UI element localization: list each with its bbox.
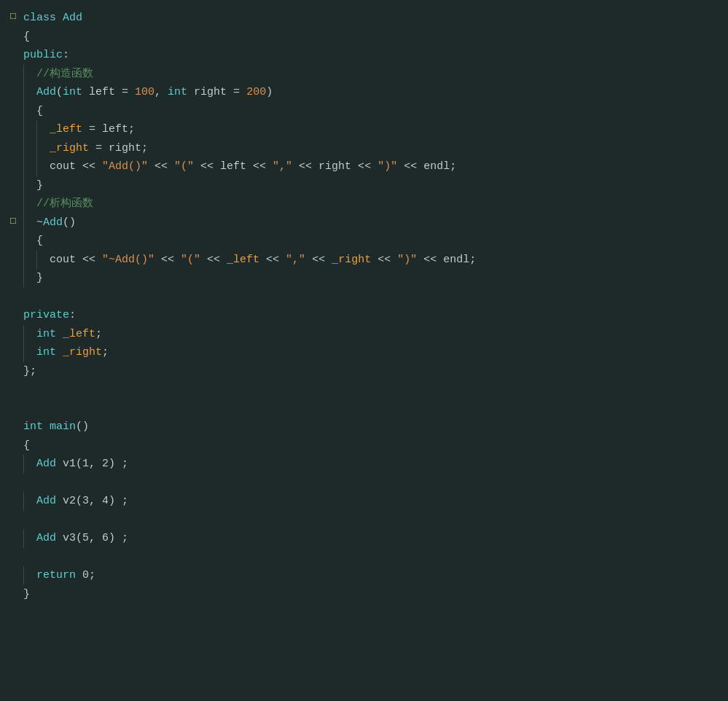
token-plain: , <box>154 86 168 98</box>
indent-pipe <box>23 529 36 548</box>
indent-guide <box>23 120 50 139</box>
indent-guide <box>23 195 36 214</box>
token-cn: Add <box>36 86 56 98</box>
code-tokens: Add v3(5, 6) ; <box>36 529 722 548</box>
token-kw: class <box>23 12 63 24</box>
gutter-marker: □ <box>6 9 20 25</box>
token-str: "(" <box>181 254 200 266</box>
code-tokens: Add v2(3, 4) ; <box>36 492 722 511</box>
code-tokens: } <box>36 269 722 288</box>
code-line: } <box>0 176 728 195</box>
code-tokens: class Add <box>23 9 722 28</box>
token-cn: Add <box>43 216 63 229</box>
token-punc: { <box>23 31 30 43</box>
indent-guide <box>23 251 50 270</box>
code-tokens: { <box>23 436 722 455</box>
code-line: return 0; <box>0 566 728 585</box>
indent-pipe <box>23 343 36 362</box>
token-kw: return <box>36 569 76 581</box>
indent-guide <box>23 65 36 84</box>
code-tokens <box>23 380 722 399</box>
indent-pipe <box>23 157 36 176</box>
gutter-marker: □ <box>6 214 20 230</box>
token-plain: v1(1, 2) ; <box>56 458 128 470</box>
code-tokens: _right = right; <box>50 139 722 158</box>
code-line: { <box>0 28 728 47</box>
indent-pipe <box>36 251 50 270</box>
token-str: "," <box>286 254 305 266</box>
indent-guide <box>23 102 36 121</box>
code-line: Add v3(5, 6) ; <box>0 529 728 548</box>
code-tokens: { <box>23 28 722 47</box>
code-line: Add v2(3, 4) ; <box>0 492 728 511</box>
code-tokens: //析构函数 <box>36 195 722 214</box>
token-type: int <box>36 346 56 359</box>
code-tokens <box>23 511 722 530</box>
token-plain: << <box>371 254 397 266</box>
code-tokens: { <box>36 232 722 251</box>
code-line: _right = right; <box>0 139 728 158</box>
indent-pipe <box>36 139 50 158</box>
code-tokens: //构造函数 <box>36 65 722 84</box>
token-punc: { <box>36 235 43 247</box>
token-punc: } <box>23 588 30 600</box>
token-plain <box>43 420 50 433</box>
token-comment: //析构函数 <box>36 197 93 210</box>
indent-pipe <box>23 102 36 121</box>
code-line: Add(int left = 100, int right = 200) <box>0 83 728 102</box>
code-line: } <box>0 585 728 604</box>
token-plain: : <box>63 49 69 61</box>
code-editor: □class Add{public://构造函数Add(int left = 1… <box>0 6 728 606</box>
code-tokens: ~Add() <box>36 214 722 232</box>
token-str: "," <box>273 160 292 173</box>
code-tokens <box>23 548 722 567</box>
token-plain: << right << <box>292 160 377 173</box>
code-line <box>0 288 728 307</box>
token-plain: << endl; <box>417 254 476 266</box>
token-var: _left <box>63 328 95 340</box>
token-punc: { <box>36 105 43 117</box>
code-line <box>0 474 728 493</box>
code-line: }; <box>0 362 728 381</box>
token-plain: ~ <box>36 216 43 229</box>
code-tokens: Add(int left = 100, int right = 200) <box>36 83 722 102</box>
code-line: { <box>0 102 728 121</box>
token-plain: cout << <box>50 254 102 266</box>
token-type: int <box>63 86 82 98</box>
token-plain: = left; <box>82 123 135 136</box>
indent-pipe <box>23 214 36 232</box>
token-plain: << <box>200 254 227 266</box>
token-plain: 0; <box>76 569 95 581</box>
token-plain: << left << <box>194 160 273 173</box>
indent-guide <box>23 176 36 195</box>
token-cn: Add <box>36 458 56 470</box>
code-tokens: } <box>23 585 722 604</box>
token-type: int <box>36 328 56 340</box>
indent-guide <box>23 232 36 251</box>
indent-pipe <box>23 251 36 270</box>
token-var: _right <box>332 254 371 266</box>
token-str: ")" <box>377 160 397 173</box>
token-plain: v2(3, 4) ; <box>56 495 128 507</box>
code-line <box>0 511 728 530</box>
code-tokens: int main() <box>23 418 722 436</box>
token-num: 100 <box>135 86 154 98</box>
indent-guide <box>23 566 36 585</box>
indent-pipe <box>23 139 36 158</box>
code-tokens: return 0; <box>36 566 722 585</box>
code-tokens <box>23 288 722 307</box>
token-kw: private <box>23 309 69 321</box>
code-tokens: Add v1(1, 2) ; <box>36 455 722 474</box>
token-plain: v3(5, 6) ; <box>56 532 128 544</box>
indent-pipe <box>23 120 36 139</box>
indent-pipe <box>36 120 50 139</box>
token-plain: << <box>305 254 332 266</box>
code-line <box>0 380 728 399</box>
token-str: "Add()" <box>102 160 148 173</box>
token-comment: //构造函数 <box>36 68 93 80</box>
code-line <box>0 399 728 418</box>
token-str: "(" <box>174 160 194 173</box>
code-tokens: cout << "~Add()" << "(" << _left << "," … <box>50 251 722 270</box>
code-line: int _left; <box>0 325 728 344</box>
token-plain: right = <box>187 86 246 98</box>
